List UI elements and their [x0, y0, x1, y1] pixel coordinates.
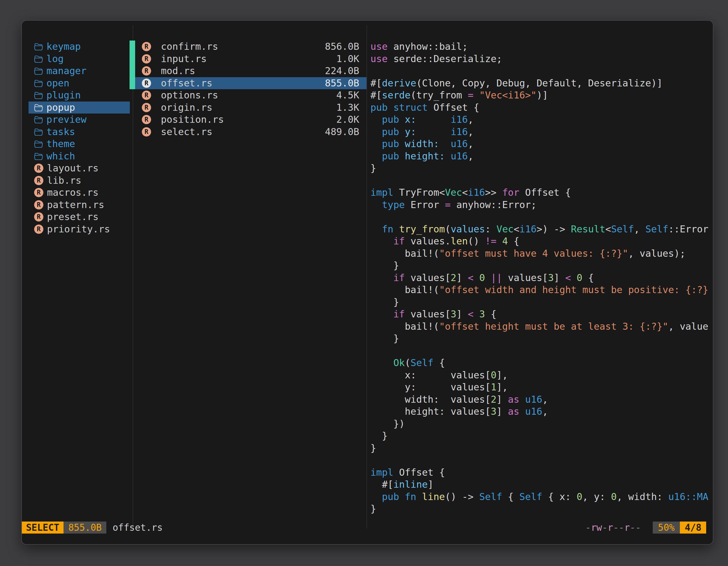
- sidebar-item-label: priority.rs: [47, 223, 110, 236]
- code-line: pub width: u16,: [370, 138, 713, 150]
- status-bar-right: -rw-r--r-- 50% 4/8: [585, 522, 706, 534]
- sidebar-item-plugin[interactable]: plugin: [29, 89, 130, 102]
- code-token: ]: [496, 394, 508, 405]
- code-token: >>: [485, 187, 502, 198]
- rust-file-icon: R: [142, 42, 151, 51]
- code-token: ,: [468, 114, 473, 125]
- code-token: use: [370, 41, 388, 52]
- file-row-origin-rs[interactable]: Rorigin.rs1.3K: [135, 102, 367, 114]
- code-token: }: [370, 430, 388, 441]
- current-directory-pane: Rconfirm.rs856.0BRinput.rs1.0KRmod.rs224…: [135, 41, 367, 138]
- open-folder-icon: [34, 79, 43, 88]
- rust-file-icon: R: [142, 54, 151, 64]
- sidebar-item-popup[interactable]: popup: [29, 102, 130, 114]
- sidebar-item-which[interactable]: which: [29, 150, 130, 163]
- file-row-offset-rs[interactable]: Roffset.rs855.0B: [135, 77, 367, 90]
- sidebar-item-tasks[interactable]: tasks: [29, 126, 130, 138]
- code-token: Vec: [496, 224, 513, 235]
- sidebar-item-theme[interactable]: theme: [29, 138, 130, 150]
- file-name: confirm.rs: [161, 41, 218, 53]
- open-folder-icon: [34, 67, 43, 75]
- code-token: ::Error: [668, 224, 708, 235]
- code-token: 4: [502, 236, 508, 247]
- code-token: [370, 357, 393, 368]
- code-token: {: [508, 236, 519, 247]
- code-token: try_from: [399, 224, 445, 235]
- code-token: [370, 151, 382, 162]
- code-line: bail!("offset width and height must be p…: [370, 284, 713, 296]
- code-token: Self: [645, 224, 668, 235]
- file-row-options-rs[interactable]: Roptions.rs4.5K: [135, 89, 367, 102]
- code-line: }: [370, 296, 713, 308]
- code-token: width:: [405, 138, 439, 149]
- sidebar-list: keymaplogmanageropenpluginpopuppreviewta…: [29, 41, 130, 235]
- file-row-position-rs[interactable]: Rposition.rs2.0K: [135, 114, 367, 126]
- code-token: i16: [451, 114, 468, 125]
- sidebar-item-preset-rs[interactable]: Rpreset.rs: [29, 211, 130, 223]
- file-row-mod-rs[interactable]: Rmod.rs224.0B: [135, 65, 367, 77]
- code-token: }: [370, 296, 399, 307]
- code-token: (try_from: [410, 90, 468, 101]
- code-line: pub struct Offset {: [370, 102, 713, 114]
- mode-badge: SELECT: [22, 522, 64, 534]
- code-token: as: [508, 394, 519, 405]
- code-token: Offset {: [428, 102, 479, 113]
- code-token: fn: [382, 224, 393, 235]
- sidebar-item-label: preset.rs: [47, 211, 98, 223]
- permission-chars: r: [624, 522, 630, 533]
- open-folder-icon: [34, 91, 43, 100]
- code-token: 3: [548, 272, 554, 283]
- file-row-select-rs[interactable]: Rselect.rs489.0B: [135, 126, 367, 138]
- file-row-input-rs[interactable]: Rinput.rs1.0K: [135, 53, 367, 65]
- code-line: [370, 65, 713, 77]
- rust-file-icon: R: [142, 103, 151, 112]
- code-token: (Clone, Copy, Debug, Default, Deserializ…: [416, 78, 663, 89]
- open-folder-icon: [34, 128, 43, 136]
- code-line: Ok(Self {: [370, 357, 713, 369]
- sidebar-item-log[interactable]: log: [29, 53, 130, 65]
- code-token: if: [393, 272, 405, 283]
- marked-file-indicator: [130, 41, 135, 53]
- code-token: <: [468, 272, 473, 283]
- file-name: select.rs: [161, 126, 212, 138]
- code-token: impl: [370, 187, 393, 198]
- code-token: [370, 236, 393, 247]
- code-token: values.: [405, 236, 451, 247]
- code-line: impl TryFrom<Vec<i16>> for Offset {: [370, 187, 713, 199]
- sidebar-item-layout-rs[interactable]: Rlayout.rs: [29, 162, 130, 175]
- code-line: pub y: i16,: [370, 126, 713, 138]
- code-token: [370, 114, 382, 125]
- code-token: }: [370, 163, 376, 174]
- code-token: ]: [456, 272, 468, 283]
- file-name: input.rs: [161, 53, 207, 65]
- sidebar-item-priority-rs[interactable]: Rpriority.rs: [29, 223, 130, 236]
- code-token: }: [370, 442, 376, 454]
- code-token: =: [445, 199, 450, 210]
- marked-file-indicator: [130, 65, 135, 77]
- code-line: [370, 454, 713, 466]
- code-token: ]: [456, 308, 468, 319]
- file-preview-pane[interactable]: use anyhow::bail;use serde::Deserialize;…: [370, 41, 713, 527]
- code-token: [370, 491, 382, 502]
- sidebar-item-macros-rs[interactable]: Rmacros.rs: [29, 187, 130, 199]
- code-line: pub x: i16,: [370, 114, 713, 126]
- code-token: 0: [577, 491, 582, 502]
- code-line: y: values[1],: [370, 381, 713, 393]
- code-token: ]: [428, 479, 433, 490]
- file-list: Rconfirm.rs856.0BRinput.rs1.0KRmod.rs224…: [135, 41, 367, 138]
- sidebar-item-preview[interactable]: preview: [29, 114, 130, 126]
- open-folder-icon: [34, 55, 43, 63]
- file-name: options.rs: [161, 89, 218, 102]
- code-token: [571, 272, 577, 283]
- sidebar-item-lib-rs[interactable]: Rlib.rs: [29, 175, 130, 187]
- sidebar-item-keymap[interactable]: keymap: [29, 41, 130, 53]
- sidebar-item-pattern-rs[interactable]: Rpattern.rs: [29, 199, 130, 211]
- sidebar-item-open[interactable]: open: [29, 77, 130, 90]
- sidebar-item-manager[interactable]: manager: [29, 65, 130, 77]
- code-token: serde: [382, 90, 410, 101]
- code-line: }: [370, 332, 713, 345]
- code-token: line: [422, 491, 445, 502]
- code-token: [399, 151, 405, 162]
- file-row-confirm-rs[interactable]: Rconfirm.rs856.0B: [135, 41, 367, 53]
- code-token: as: [508, 406, 519, 417]
